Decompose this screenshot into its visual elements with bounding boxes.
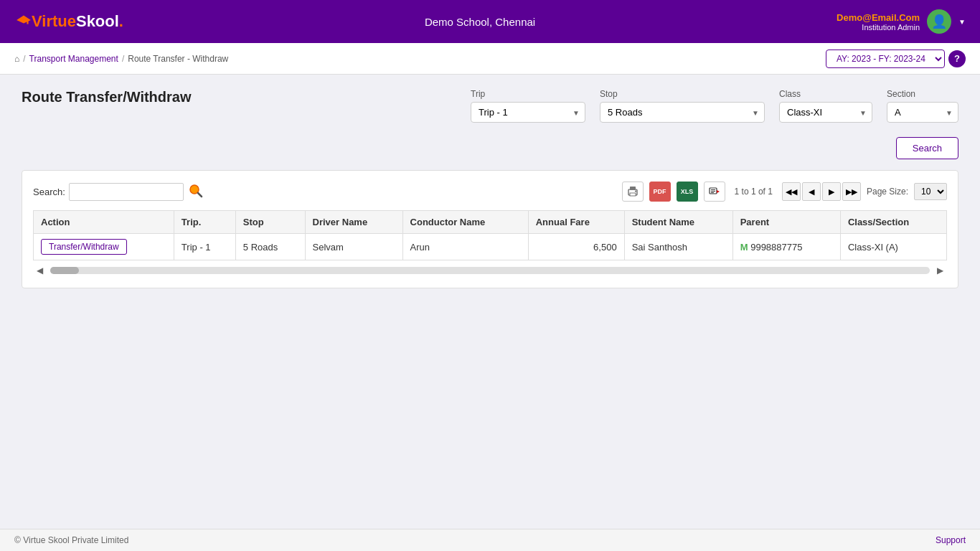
col-stop: Stop bbox=[235, 211, 305, 234]
trip-select[interactable]: Trip - 1 bbox=[471, 102, 585, 123]
prev-page-button[interactable]: ◀ bbox=[802, 182, 821, 201]
pagination-info: 1 to 1 of 1 bbox=[735, 187, 773, 197]
svg-line-3 bbox=[198, 193, 202, 197]
hat-icon bbox=[16, 14, 32, 26]
header: VirtueSkool. Demo School, Chennai Demo@E… bbox=[0, 0, 980, 43]
parent-phone: 9998887775 bbox=[750, 242, 802, 253]
class-label: Class bbox=[779, 89, 872, 99]
breadcrumb: ⌂ / Transport Management / Route Transfe… bbox=[14, 54, 228, 64]
home-icon[interactable]: ⌂ bbox=[14, 54, 19, 64]
cell-conductor: Arun bbox=[402, 234, 528, 260]
parent-prefix: M bbox=[740, 242, 748, 253]
user-role: Institution Admin bbox=[837, 23, 920, 32]
chevron-down-icon[interactable]: ▼ bbox=[958, 18, 966, 26]
table-container: Search: bbox=[22, 170, 958, 288]
scroll-left-icon[interactable]: ◀ bbox=[33, 264, 47, 277]
logo: VirtueSkool. bbox=[14, 12, 123, 31]
scroll-right-icon[interactable]: ▶ bbox=[933, 264, 947, 277]
excel-button[interactable]: XLS bbox=[677, 182, 698, 202]
copyright: © Virtue Skool Private Limited bbox=[14, 535, 128, 545]
table-body: Transfer/Withdraw Trip - 1 5 Roads Selva… bbox=[34, 234, 947, 260]
col-driver: Driver Name bbox=[305, 211, 402, 234]
section-select[interactable]: A bbox=[887, 102, 958, 123]
svg-rect-6 bbox=[630, 193, 636, 196]
export-settings-icon bbox=[709, 186, 720, 197]
col-fare: Annual Fare bbox=[528, 211, 624, 234]
search-input[interactable] bbox=[69, 183, 184, 201]
filter-row: Trip Trip - 1 ▼ Stop 5 Roads ▼ C bbox=[202, 89, 958, 123]
page-title: Route Transfer/Withdraw bbox=[22, 89, 192, 105]
cell-class: Class-XI (A) bbox=[840, 234, 946, 260]
breadcrumb-transport[interactable]: Transport Management bbox=[29, 54, 118, 64]
search-button[interactable]: Search bbox=[896, 137, 958, 159]
table-head: Action Trip. Stop Driver Name Conductor … bbox=[34, 211, 947, 234]
footer: © Virtue Skool Private Limited Support bbox=[0, 529, 980, 551]
cell-student: Sai Santhosh bbox=[624, 234, 732, 260]
logo-virtue: Virtue bbox=[32, 12, 76, 30]
col-conductor: Conductor Name bbox=[402, 211, 528, 234]
last-page-button[interactable]: ▶▶ bbox=[842, 182, 861, 201]
pdf-button[interactable]: PDF bbox=[649, 182, 671, 202]
col-class: Class/Section bbox=[840, 211, 946, 234]
col-trip: Trip. bbox=[174, 211, 235, 234]
section-filter: Section A ▼ bbox=[887, 89, 958, 123]
school-name: Demo School, Chennai bbox=[425, 16, 535, 28]
first-page-button[interactable]: ◀◀ bbox=[782, 182, 801, 201]
stop-filter: Stop 5 Roads ▼ bbox=[600, 89, 765, 123]
pdf-icon: PDF bbox=[654, 188, 666, 195]
excel-icon: XLS bbox=[681, 188, 694, 195]
horizontal-scrollbar: ◀ ▶ bbox=[33, 264, 947, 277]
export-settings-button[interactable] bbox=[704, 182, 725, 202]
scroll-track[interactable] bbox=[50, 267, 930, 274]
table-header-row: Action Trip. Stop Driver Name Conductor … bbox=[34, 211, 947, 234]
avatar[interactable]: 👤 bbox=[927, 9, 951, 34]
search-box: Search: bbox=[33, 182, 204, 202]
transfer-withdraw-button[interactable]: Transfer/Withdraw bbox=[41, 239, 127, 255]
cell-trip: Trip - 1 bbox=[174, 234, 235, 260]
col-action: Action bbox=[34, 211, 174, 234]
print-icon bbox=[627, 186, 639, 197]
stop-select-wrapper: 5 Roads ▼ bbox=[600, 102, 765, 123]
cell-driver: Selvam bbox=[305, 234, 402, 260]
main-content: Route Transfer/Withdraw Trip Trip - 1 ▼ … bbox=[0, 75, 980, 303]
stop-select[interactable]: 5 Roads bbox=[600, 102, 765, 123]
class-select-wrapper: Class-XI ▼ bbox=[779, 102, 872, 123]
breadcrumb-bar: ⌂ / Transport Management / Route Transfe… bbox=[0, 43, 980, 75]
cell-action: Transfer/Withdraw bbox=[34, 234, 174, 260]
breadcrumb-current: Route Transfer - Withdraw bbox=[128, 54, 228, 64]
user-info: Demo@Email.Com Institution Admin bbox=[837, 12, 920, 32]
user-email: Demo@Email.Com bbox=[837, 12, 920, 23]
trip-select-wrapper: Trip - 1 ▼ bbox=[471, 102, 585, 123]
cell-parent: M 9998887775 bbox=[732, 234, 840, 260]
class-select[interactable]: Class-XI bbox=[779, 102, 872, 123]
help-button[interactable]: ? bbox=[948, 50, 966, 67]
ay-dropdown[interactable]: AY: 2023 - FY: 2023-24 bbox=[826, 50, 945, 68]
pagination-nav: ◀◀ ◀ ▶ ▶▶ bbox=[782, 182, 861, 201]
search-icon bbox=[189, 184, 203, 198]
data-table: Action Trip. Stop Driver Name Conductor … bbox=[33, 210, 947, 260]
trip-filter: Trip Trip - 1 ▼ bbox=[471, 89, 585, 123]
stop-label: Stop bbox=[600, 89, 765, 99]
svg-marker-0 bbox=[17, 15, 31, 23]
search-label: Search: bbox=[33, 187, 65, 197]
cell-fare: 6,500 bbox=[528, 234, 624, 260]
trip-label: Trip bbox=[471, 89, 585, 99]
table-row: Transfer/Withdraw Trip - 1 5 Roads Selva… bbox=[34, 234, 947, 260]
scroll-thumb bbox=[50, 267, 79, 274]
page-size-label: Page Size: bbox=[867, 187, 908, 197]
support-link[interactable]: Support bbox=[936, 535, 966, 545]
search-icon-button[interactable] bbox=[187, 182, 204, 202]
svg-rect-5 bbox=[630, 187, 636, 190]
toolbar-right: PDF XLS 1 to 1 of 1 bbox=[622, 182, 947, 202]
class-filter: Class Class-XI ▼ bbox=[779, 89, 872, 123]
cell-stop: 5 Roads bbox=[235, 234, 305, 260]
svg-rect-1 bbox=[27, 20, 28, 24]
page-size-select[interactable]: 10 bbox=[914, 183, 947, 200]
next-page-button[interactable]: ▶ bbox=[822, 182, 841, 201]
header-right: Demo@Email.Com Institution Admin 👤 ▼ bbox=[837, 9, 966, 34]
table-toolbar: Search: bbox=[33, 182, 947, 202]
col-parent: Parent bbox=[732, 211, 840, 234]
section-label: Section bbox=[887, 89, 958, 99]
print-button[interactable] bbox=[622, 182, 644, 202]
logo-skool: Skool bbox=[76, 12, 119, 30]
